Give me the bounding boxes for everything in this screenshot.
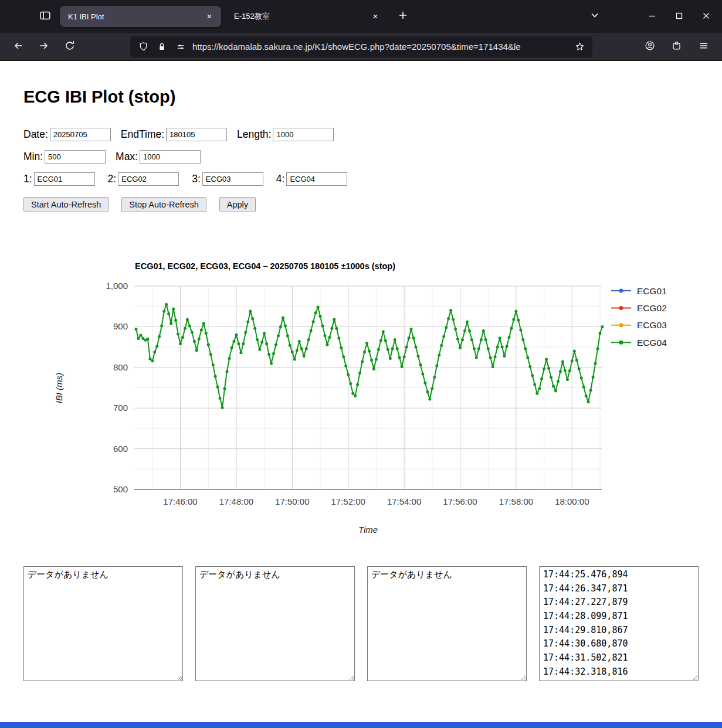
ecg3-data-box[interactable]: データがありません xyxy=(367,566,527,681)
endtime-input[interactable] xyxy=(166,128,227,141)
svg-text:700: 700 xyxy=(113,403,128,413)
firefox-view-icon xyxy=(39,9,52,24)
plus-icon xyxy=(398,11,408,22)
ecg4-data-box[interactable]: 17:44:25.476,894 17:44:26.347,871 17:44:… xyxy=(539,566,699,681)
start-autorefresh-button[interactable]: Start Auto-Refresh xyxy=(23,197,109,212)
forward-icon xyxy=(38,40,50,54)
permissions-icon[interactable] xyxy=(174,40,188,54)
ibi-chart[interactable]: ECG01, ECG02, ECG03, ECG04 – 20250705 18… xyxy=(23,255,699,536)
ch1-label: 1: xyxy=(23,173,32,185)
svg-text:ECG02: ECG02 xyxy=(637,303,667,313)
svg-text:17:48:00: 17:48:00 xyxy=(219,496,253,506)
form-row-3: 1: 2: 3: 4: xyxy=(23,172,699,186)
y-axis-title: IBI (ms) xyxy=(54,373,64,404)
ecg2-data-box[interactable]: データがありません xyxy=(195,566,355,681)
date-label: Date: xyxy=(23,128,48,141)
apply-button[interactable]: Apply xyxy=(219,197,256,212)
close-icon xyxy=(703,11,710,22)
minimize-button[interactable] xyxy=(639,0,666,33)
button-row: Start Auto-Refresh Stop Auto-Refresh App… xyxy=(23,197,699,212)
form-row-1: Date: EndTime: Length: xyxy=(23,128,699,141)
tab-close-icon[interactable]: × xyxy=(370,11,381,22)
reload-icon xyxy=(64,40,76,54)
min-input[interactable] xyxy=(45,150,106,164)
bookmark-star-icon[interactable] xyxy=(572,40,587,54)
svg-text:800: 800 xyxy=(113,362,128,372)
tab-close-icon[interactable]: × xyxy=(204,11,215,22)
length-label: Length: xyxy=(237,128,271,141)
tab-list-button[interactable] xyxy=(585,6,605,26)
svg-text:600: 600 xyxy=(113,443,128,453)
svg-text:18:00:00: 18:00:00 xyxy=(555,496,589,506)
svg-text:ECG04: ECG04 xyxy=(637,338,667,348)
x-axis-title: Time xyxy=(358,525,378,535)
reload-button[interactable] xyxy=(60,37,80,57)
length-input[interactable] xyxy=(273,128,334,141)
hamburger-icon xyxy=(699,40,709,53)
endtime-label: EndTime: xyxy=(121,128,164,141)
svg-text:ECG03: ECG03 xyxy=(637,320,667,330)
ch4-label: 4: xyxy=(276,173,285,185)
tab-title: E-152教室 xyxy=(234,11,370,22)
browser-titlebar: K1 IBI Plot × E-152教室 × xyxy=(0,0,722,33)
y-axis-tick-labels: 5006007008009001,000 xyxy=(106,281,128,494)
date-input[interactable] xyxy=(50,128,111,141)
url-text: https://kodamalab.sakura.ne.jp/K1/showEC… xyxy=(192,42,572,52)
ecg1-data-box[interactable]: データがありません xyxy=(23,566,183,681)
chevron-down-icon xyxy=(590,11,599,22)
back-button[interactable] xyxy=(8,37,28,57)
chart-title: ECG01, ECG02, ECG03, ECG04 – 20250705 18… xyxy=(135,261,395,271)
min-label: Min: xyxy=(23,151,43,163)
data-boxes: データがありません データがありません データがありません 17:44:25.4… xyxy=(23,566,699,681)
menu-button[interactable] xyxy=(694,37,714,57)
svg-text:17:50:00: 17:50:00 xyxy=(275,496,309,506)
chart-legend[interactable]: ECG01ECG02ECG03ECG04 xyxy=(611,285,667,347)
forward-button[interactable] xyxy=(34,37,54,57)
shield-icon[interactable] xyxy=(136,40,150,54)
svg-text:17:52:00: 17:52:00 xyxy=(331,496,365,506)
page-content: ECG IBI Plot (stop) Date: EndTime: Lengt… xyxy=(0,88,722,681)
close-button[interactable] xyxy=(693,0,720,33)
lock-icon[interactable] xyxy=(155,40,169,54)
browser-navbar: https://kodamalab.sakura.ne.jp/K1/showEC… xyxy=(0,33,722,61)
ch4-input[interactable] xyxy=(286,172,347,186)
minimize-icon xyxy=(649,11,656,22)
gridlines-minor xyxy=(134,286,602,489)
max-input[interactable] xyxy=(140,150,201,164)
svg-text:17:46:00: 17:46:00 xyxy=(163,496,197,506)
svg-text:900: 900 xyxy=(113,321,128,331)
url-bar[interactable]: https://kodamalab.sakura.ne.jp/K1/showEC… xyxy=(130,36,592,57)
svg-text:17:56:00: 17:56:00 xyxy=(443,496,477,506)
ibi-chart-container: ECG01, ECG02, ECG03, ECG04 – 20250705 18… xyxy=(23,255,699,536)
new-tab-button[interactable] xyxy=(393,6,413,26)
extensions-button[interactable] xyxy=(667,37,687,57)
back-icon xyxy=(12,40,24,54)
ch3-label: 3: xyxy=(192,173,201,185)
extensions-icon xyxy=(671,40,683,54)
ch2-input[interactable] xyxy=(118,172,179,186)
form-row-2: Min: Max: xyxy=(23,150,699,164)
account-button[interactable] xyxy=(640,37,660,57)
ch2-label: 2: xyxy=(108,173,117,185)
svg-text:1,000: 1,000 xyxy=(106,281,128,291)
svg-text:17:58:00: 17:58:00 xyxy=(499,496,533,506)
max-label: Max: xyxy=(116,151,138,163)
svg-text:17:54:00: 17:54:00 xyxy=(387,496,421,506)
tab-title: K1 IBI Plot xyxy=(68,12,204,21)
ch3-input[interactable] xyxy=(202,172,263,186)
svg-text:500: 500 xyxy=(113,484,128,494)
maximize-icon xyxy=(676,11,683,22)
maximize-button[interactable] xyxy=(666,0,693,33)
x-axis-tick-labels: 17:46:0017:48:0017:50:0017:52:0017:54:00… xyxy=(163,496,589,506)
firefox-view-button[interactable] xyxy=(35,6,55,26)
tab-e152[interactable]: E-152教室 × xyxy=(226,6,387,27)
tab-k1-ibi-plot[interactable]: K1 IBI Plot × xyxy=(60,6,221,27)
svg-text:ECG01: ECG01 xyxy=(637,285,667,295)
browser-window: K1 IBI Plot × E-152教室 × xyxy=(0,0,722,681)
taskbar-strip xyxy=(0,722,722,728)
stop-autorefresh-button[interactable]: Stop Auto-Refresh xyxy=(121,197,206,212)
page-title: ECG IBI Plot (stop) xyxy=(23,88,699,107)
ch1-input[interactable] xyxy=(34,172,95,186)
series-ECG04[interactable] xyxy=(135,303,604,409)
account-icon xyxy=(644,40,656,54)
